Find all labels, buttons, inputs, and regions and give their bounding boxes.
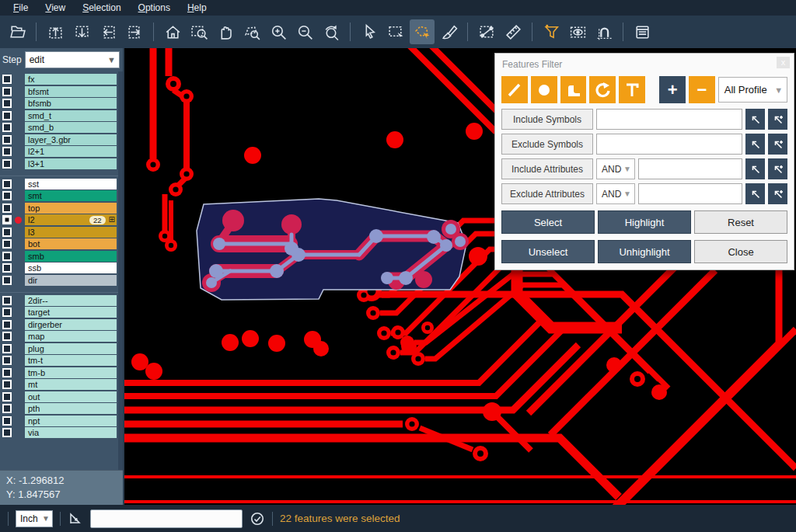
menu-selection[interactable]: Selection	[75, 2, 127, 13]
include-attributes-button[interactable]: Include Attributes	[501, 158, 593, 179]
layer-row-smt[interactable]: smt	[2, 190, 117, 201]
layer-row-out[interactable]: out	[2, 391, 117, 402]
layer-name[interactable]: mt	[25, 379, 117, 390]
layer-checkbox[interactable]	[2, 228, 12, 237]
layer-name[interactable]: plug	[25, 343, 117, 354]
home-view-button[interactable]	[160, 19, 185, 44]
layer-checkbox[interactable]	[2, 344, 12, 353]
layer-row-via[interactable]: via	[2, 427, 117, 438]
operator-select[interactable]: AND▼	[596, 158, 635, 179]
layer-name[interactable]: sst	[25, 179, 117, 190]
layer-row-smb[interactable]: smb	[2, 251, 117, 262]
select-pointer-button[interactable]	[357, 19, 382, 44]
menu-options[interactable]: Options	[131, 2, 177, 13]
pan-right-button[interactable]	[122, 19, 147, 44]
menu-file[interactable]: File	[6, 2, 35, 13]
layer-checkbox[interactable]	[2, 276, 12, 285]
layer-name[interactable]: tm-b	[25, 367, 117, 378]
units-select[interactable]: Inch ▼	[16, 510, 53, 527]
layer-name[interactable]: smd_b	[25, 122, 117, 133]
layer-name[interactable]: l3	[25, 227, 117, 238]
grid-icon[interactable]: ⊞	[109, 214, 115, 225]
features-filter-button[interactable]	[539, 19, 564, 44]
exclude-symbols-button[interactable]: Exclude Symbols	[501, 134, 593, 155]
layer-name[interactable]: smd_t	[25, 110, 117, 121]
layer-row-smd_t[interactable]: smd_t	[2, 110, 117, 121]
layer-checkbox[interactable]	[2, 203, 12, 213]
layer-checkbox[interactable]	[2, 263, 12, 273]
pan-left-button[interactable]	[96, 19, 120, 44]
layer-checkbox[interactable]	[2, 320, 12, 329]
layer-row-layer_3.gbr[interactable]: layer_3.gbr	[2, 134, 117, 145]
layer-row-dirgerber[interactable]: dirgerber	[2, 319, 117, 330]
filter-text-button[interactable]	[619, 76, 645, 103]
measure-distance-button[interactable]	[474, 19, 499, 44]
layer-name[interactable]: bfsmb	[25, 98, 117, 109]
filter-add-button[interactable]: +	[659, 76, 686, 103]
snap-angle-icon[interactable]	[68, 511, 83, 527]
layer-name[interactable]: npt	[25, 416, 117, 426]
pan-up-button[interactable]	[43, 19, 68, 44]
pick-button[interactable]	[745, 158, 765, 179]
layer-row-2dir--[interactable]: 2dir--	[2, 295, 117, 306]
layer-name[interactable]: top	[25, 203, 117, 214]
layer-checkbox[interactable]	[2, 75, 12, 84]
layer-name[interactable]: target	[25, 307, 117, 318]
layer-checkbox[interactable]	[2, 135, 12, 144]
layer-row-l3+1[interactable]: l3+1	[2, 158, 117, 169]
layer-checkbox[interactable]	[2, 296, 12, 305]
include-attributes-input[interactable]	[638, 158, 742, 179]
zoom-in-button[interactable]	[266, 19, 291, 44]
layer-row-mt[interactable]: mt	[2, 379, 117, 390]
close-button[interactable]: Close	[694, 240, 787, 263]
highlight-view-button[interactable]	[565, 19, 590, 44]
zoom-area-button[interactable]	[187, 19, 211, 44]
operator-select[interactable]: AND▼	[596, 183, 635, 204]
pcb-canvas[interactable]: Features Filter x	[124, 48, 796, 505]
layer-row-pth[interactable]: pth	[2, 403, 117, 414]
filter-line-button[interactable]	[501, 76, 528, 103]
layer-row-bfsmb[interactable]: bfsmb	[2, 98, 117, 109]
layer-checkbox[interactable]	[2, 356, 12, 365]
layer-row-l2[interactable]: l222⊞	[2, 214, 117, 225]
layer-row-bot[interactable]: bot	[2, 238, 117, 249]
filter-pad-button[interactable]	[531, 76, 557, 103]
unselect-button[interactable]: Unselect	[501, 240, 595, 263]
layer-checkbox[interactable]	[2, 147, 12, 156]
layer-row-target[interactable]: target	[2, 307, 117, 318]
layer-name[interactable]: out	[25, 391, 117, 402]
open-button[interactable]	[5, 19, 30, 44]
layer-row-tm-b[interactable]: tm-b	[2, 367, 117, 378]
pick-button[interactable]	[745, 109, 765, 130]
layer-row-l2+1[interactable]: l2+1	[2, 146, 117, 157]
layer-name[interactable]: fx	[25, 74, 117, 85]
layer-row-plug[interactable]: plug	[2, 343, 117, 354]
highlight-button[interactable]: Highlight	[598, 210, 691, 234]
layer-checkbox[interactable]	[2, 252, 12, 261]
layer-checkbox[interactable]	[2, 392, 12, 402]
layer-name[interactable]: bfsmt	[25, 86, 117, 97]
layer-row-dir[interactable]: dir	[2, 275, 117, 286]
layer-row-tm-t[interactable]: tm-t	[2, 355, 117, 366]
layer-row-top[interactable]: top	[2, 203, 117, 214]
menu-help[interactable]: Help	[180, 2, 214, 13]
layer-name[interactable]: dir	[25, 275, 117, 286]
layer-name[interactable]: map	[25, 331, 117, 342]
layer-checkbox[interactable]	[2, 159, 12, 169]
layer-name[interactable]: via	[25, 427, 117, 438]
exclude-symbols-input[interactable]	[596, 134, 742, 155]
layer-checkbox[interactable]	[2, 416, 12, 426]
layer-checkbox[interactable]	[2, 111, 12, 120]
layer-checkbox[interactable]	[2, 368, 12, 377]
pick-add-button[interactable]	[768, 134, 787, 155]
layer-name[interactable]: l222⊞	[25, 214, 117, 225]
filter-remove-button[interactable]: −	[689, 76, 715, 103]
zoom-polygon-button[interactable]	[239, 19, 264, 44]
command-input[interactable]	[90, 509, 243, 528]
layer-row-smd_b[interactable]: smd_b	[2, 122, 117, 133]
layer-name[interactable]: l2+1	[25, 146, 117, 157]
layer-name[interactable]: 2dir--	[25, 295, 117, 306]
zoom-previous-button[interactable]	[319, 19, 344, 44]
select-button[interactable]: Select	[501, 210, 595, 234]
measure-ruler-button[interactable]	[501, 19, 525, 44]
